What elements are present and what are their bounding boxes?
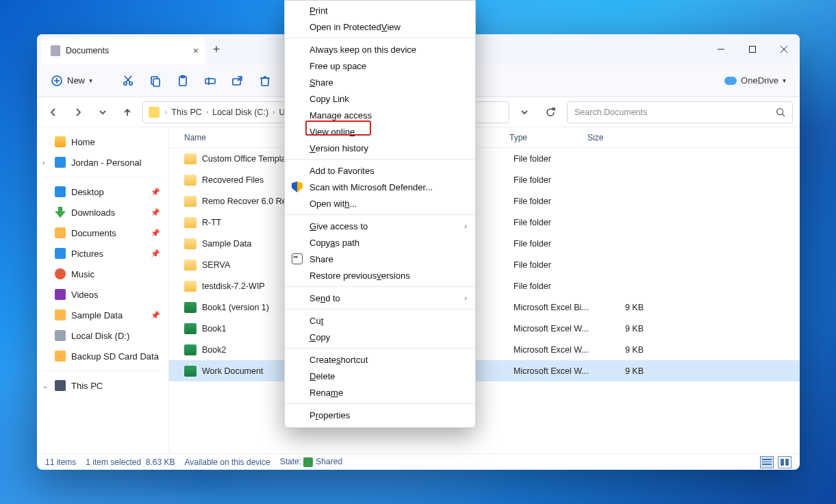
status-state: State: Shared	[280, 457, 342, 467]
ctx-copy[interactable]: Copy	[285, 329, 475, 345]
file-row[interactable]: Custom Office TemplatesFile folder	[169, 148, 800, 169]
share-button[interactable]	[225, 70, 250, 92]
chevron-down-icon: ▾	[783, 77, 786, 84]
delete-button[interactable]	[253, 70, 277, 92]
rename-button[interactable]	[198, 70, 223, 92]
sidebar-thispc[interactable]: ⌄This PC	[40, 375, 166, 396]
file-row[interactable]: SERVAFile folder	[169, 254, 800, 275]
file-row[interactable]: Book2Microsoft Excel W...9 KB	[169, 339, 800, 360]
recent-dropdown[interactable]	[93, 103, 112, 122]
ctx-create-shortcut[interactable]: Create shortcut	[285, 351, 475, 368]
ctx-open-with[interactable]: Open with...	[285, 195, 475, 212]
file-row[interactable]: Work Document6/3/2023 3:20 PMMicrosoft E…	[169, 360, 800, 381]
ctx-properties[interactable]: Properties	[285, 407, 475, 423]
onedrive-label: OneDrive	[741, 75, 778, 86]
ctx-restore-versions[interactable]: Restore previous versions	[285, 267, 475, 284]
shield-icon	[292, 181, 303, 192]
file-row[interactable]: testdisk-7.2-WIPFile folder	[169, 275, 800, 297]
ctx-free-space[interactable]: Free up space	[285, 58, 475, 74]
file-size: 9 KB	[592, 303, 644, 312]
file-list[interactable]: Custom Office TemplatesFile folderRecove…	[169, 148, 800, 453]
back-button[interactable]	[44, 103, 63, 122]
up-button[interactable]	[118, 103, 137, 122]
chevron-right-icon: ›	[464, 294, 467, 302]
sidebar-pictures[interactable]: Pictures📌	[40, 243, 166, 264]
sidebar-backup[interactable]: Backup SD Card Data	[40, 346, 166, 366]
sidebar-sample-data[interactable]: Sample Data📌	[40, 305, 166, 325]
status-item-count: 11 items	[45, 457, 76, 467]
file-row[interactable]: Remo Recover 6.0 RecoveFile folder	[169, 190, 800, 212]
sidebar-home[interactable]: Home	[40, 131, 166, 152]
divider	[44, 177, 162, 177]
ctx-cut[interactable]: Cut	[285, 312, 475, 329]
chevron-down-icon[interactable]: ⌄	[42, 382, 48, 390]
ctx-share[interactable]: Share	[285, 74, 475, 90]
copy-button[interactable]	[143, 70, 168, 92]
minimize-button[interactable]	[705, 34, 737, 64]
pin-icon: 📌	[151, 249, 160, 258]
forward-button[interactable]	[68, 103, 88, 122]
file-row[interactable]: Book1 (version 1)Microsoft Excel Bi...9 …	[169, 297, 800, 318]
documents-icon	[55, 227, 66, 238]
col-type[interactable]: Type	[509, 133, 587, 142]
crumb-thispc[interactable]: This PC	[171, 108, 201, 117]
sidebar-desktop[interactable]: Desktop📌	[40, 181, 166, 202]
ctx-give-access[interactable]: Give access to›	[285, 218, 475, 234]
chevron-right-icon[interactable]: ›	[42, 159, 45, 166]
refresh-button[interactable]	[540, 101, 561, 123]
download-icon	[55, 207, 66, 218]
tab-close-button[interactable]: ×	[193, 45, 199, 56]
ctx-send-to[interactable]: Send to›	[285, 290, 475, 306]
pin-icon: 📌	[151, 229, 160, 238]
ctx-rename[interactable]: Rename	[285, 384, 475, 401]
ctx-view-online[interactable]: View online	[285, 123, 475, 140]
thumbnails-view-button[interactable]	[778, 456, 791, 468]
desktop-icon	[55, 186, 66, 197]
close-window-button[interactable]	[768, 34, 800, 64]
file-type: File folder	[514, 281, 592, 291]
sidebar-videos[interactable]: Videos	[40, 284, 166, 305]
folder-icon	[184, 260, 197, 270]
crumb-drive[interactable]: Local Disk (C:)	[212, 108, 268, 117]
ctx-copy-path[interactable]: Copy as path	[285, 234, 475, 251]
ctx-copy-link[interactable]: Copy Link	[285, 90, 475, 107]
ctx-share2[interactable]: Share	[285, 251, 475, 267]
file-type: File folder	[514, 197, 592, 206]
file-row[interactable]: R-TTFile folder	[169, 212, 800, 233]
ctx-protected-view[interactable]: Open in Protected View	[285, 18, 475, 35]
folder-icon	[55, 310, 66, 320]
search-box[interactable]: Search Documents	[567, 101, 793, 123]
status-bar: 11 items 1 item selected 8.63 KB Availab…	[37, 453, 800, 470]
column-headers: Name˄ Type Size	[169, 127, 800, 148]
file-row[interactable]: Sample DataFile folder	[169, 233, 800, 254]
ctx-version-history[interactable]: Version history	[285, 140, 475, 156]
svg-rect-15	[205, 79, 215, 84]
onedrive-button[interactable]: OneDrive ▾	[719, 75, 791, 86]
maximize-button[interactable]	[737, 34, 768, 64]
file-size: 9 KB	[592, 324, 644, 333]
ctx-scan-defender[interactable]: Scan with Microsoft Defender...	[285, 179, 475, 195]
file-row[interactable]: Recovered FilesFile folder	[169, 169, 800, 190]
ctx-add-favorites[interactable]: Add to Favorites	[285, 162, 475, 179]
context-menu: Print Open in Protected View Always keep…	[284, 0, 476, 428]
ctx-print[interactable]: Print	[285, 2, 475, 18]
file-row[interactable]: Book1Microsoft Excel W...9 KB	[169, 318, 800, 339]
details-view-button[interactable]	[760, 456, 774, 468]
tab-documents[interactable]: Documents ×	[41, 37, 205, 64]
ctx-manage-access[interactable]: Manage access	[285, 107, 475, 123]
ctx-delete[interactable]: Delete	[285, 368, 475, 384]
search-icon	[776, 108, 785, 117]
sidebar-onedrive-personal[interactable]: ›Jordan - Personal	[40, 152, 166, 173]
ctx-keep-device[interactable]: Always keep on this device	[285, 41, 475, 58]
col-size[interactable]: Size	[587, 133, 639, 142]
sidebar-music[interactable]: Music	[40, 264, 166, 284]
music-icon	[55, 268, 66, 279]
sidebar-drive-d[interactable]: Local Disk (D:)	[40, 325, 166, 346]
cut-button[interactable]	[116, 70, 140, 92]
paste-button[interactable]	[170, 70, 195, 92]
new-tab-button[interactable]: +	[205, 34, 227, 64]
address-dropdown[interactable]	[515, 103, 534, 122]
sidebar-documents[interactable]: Documents📌	[40, 223, 166, 243]
sidebar-downloads[interactable]: Downloads📌	[40, 202, 166, 223]
new-button[interactable]: New ▾	[45, 70, 98, 92]
